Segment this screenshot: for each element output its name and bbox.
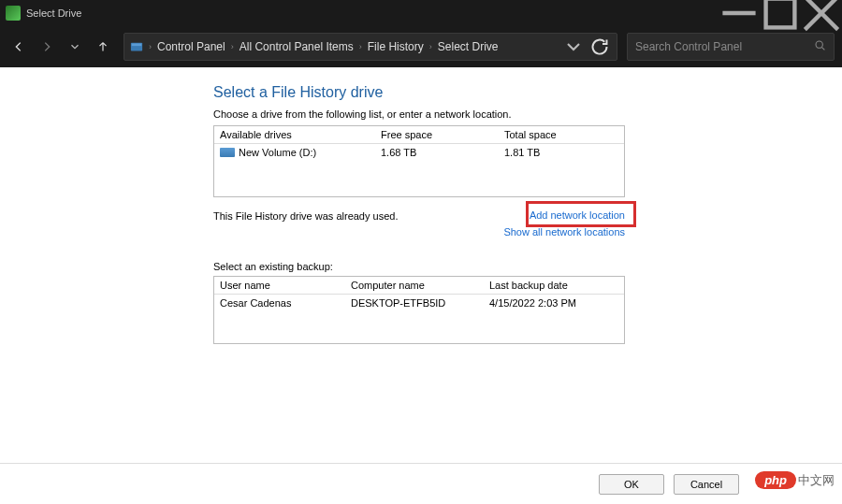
crumb-control-panel[interactable]: Control Panel bbox=[157, 40, 225, 53]
crumb-select-drive[interactable]: Select Drive bbox=[438, 40, 499, 53]
col-available-drives: Available drives bbox=[214, 126, 375, 143]
forward-button[interactable] bbox=[36, 36, 58, 58]
refresh-button[interactable] bbox=[588, 36, 611, 58]
col-computer-name: Computer name bbox=[345, 277, 484, 294]
control-panel-icon bbox=[130, 40, 143, 53]
drive-total: 1.81 TB bbox=[499, 144, 624, 161]
titlebar: Select Drive bbox=[0, 0, 842, 26]
navbar: › Control Panel › All Control Panel Item… bbox=[0, 26, 842, 67]
window-buttons bbox=[719, 0, 842, 26]
address-chevron-down-icon[interactable] bbox=[562, 36, 585, 58]
svg-rect-1 bbox=[766, 0, 795, 27]
backup-user: Cesar Cadenas bbox=[214, 295, 345, 311]
backup-header: User name Computer name Last backup date bbox=[214, 277, 624, 295]
search-icon bbox=[814, 39, 826, 54]
close-button[interactable] bbox=[801, 0, 842, 26]
up-button[interactable] bbox=[92, 36, 114, 58]
cancel-button[interactable]: Cancel bbox=[674, 474, 739, 495]
drive-icon bbox=[220, 148, 235, 157]
svg-line-7 bbox=[822, 48, 825, 50]
crumb-file-history[interactable]: File History bbox=[368, 40, 424, 53]
svg-point-6 bbox=[816, 41, 822, 48]
ok-button[interactable]: OK bbox=[599, 474, 664, 495]
chevron-right-icon: › bbox=[359, 42, 362, 51]
backup-row[interactable]: Cesar Cadenas DESKTOP-ETFB5ID 4/15/2022 … bbox=[214, 295, 624, 311]
svg-rect-5 bbox=[132, 44, 142, 47]
drive-row[interactable]: New Volume (D:) 1.68 TB 1.81 TB bbox=[214, 144, 624, 161]
drives-body: New Volume (D:) 1.68 TB 1.81 TB bbox=[214, 144, 624, 196]
col-free-space: Free space bbox=[375, 126, 499, 143]
window-title: Select Drive bbox=[26, 7, 719, 19]
drives-table: Available drives Free space Total space … bbox=[213, 125, 625, 197]
chevron-right-icon: › bbox=[149, 42, 152, 51]
recent-chevron-down-icon[interactable] bbox=[64, 36, 86, 58]
maximize-button[interactable] bbox=[760, 0, 801, 26]
footer: OK Cancel bbox=[0, 463, 842, 504]
col-user-name: User name bbox=[214, 277, 345, 294]
col-total-space: Total space bbox=[499, 126, 624, 143]
crumb-all-items[interactable]: All Control Panel Items bbox=[240, 40, 354, 53]
instruction-text: Choose a drive from the following list, … bbox=[213, 108, 842, 120]
drive-free: 1.68 TB bbox=[375, 144, 499, 161]
search-box[interactable] bbox=[627, 33, 835, 61]
drive-name: New Volume (D:) bbox=[239, 147, 316, 158]
addressbar[interactable]: › Control Panel › All Control Panel Item… bbox=[123, 33, 617, 61]
minimize-button[interactable] bbox=[719, 0, 760, 26]
backup-date: 4/15/2022 2:03 PM bbox=[484, 295, 624, 311]
chevron-right-icon: › bbox=[231, 42, 234, 51]
search-input[interactable] bbox=[635, 40, 814, 53]
page-title: Select a File History drive bbox=[213, 84, 842, 101]
link-column: Add network location Show all network lo… bbox=[503, 207, 625, 240]
show-all-network-locations-link[interactable]: Show all network locations bbox=[503, 223, 625, 240]
drives-header: Available drives Free space Total space bbox=[214, 126, 624, 144]
backup-table: User name Computer name Last backup date… bbox=[213, 276, 625, 344]
back-button[interactable] bbox=[7, 36, 30, 58]
backup-body: Cesar Cadenas DESKTOP-ETFB5ID 4/15/2022 … bbox=[214, 295, 624, 343]
mid-row: This File History drive was already used… bbox=[213, 207, 625, 240]
chevron-right-icon: › bbox=[429, 42, 432, 51]
add-network-location-link[interactable]: Add network location bbox=[503, 207, 625, 223]
used-message: This File History drive was already used… bbox=[213, 207, 503, 222]
backup-computer: DESKTOP-ETFB5ID bbox=[345, 295, 484, 311]
backup-label: Select an existing backup: bbox=[213, 261, 842, 272]
app-icon bbox=[6, 6, 21, 21]
content: Select a File History drive Choose a dri… bbox=[0, 67, 842, 463]
col-last-backup: Last backup date bbox=[484, 277, 624, 294]
